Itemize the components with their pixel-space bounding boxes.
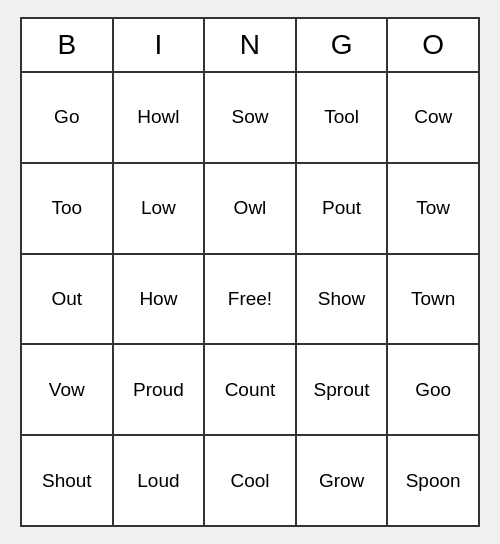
cell-2-5: Tow — [388, 164, 478, 253]
cell-4-4: Sprout — [297, 345, 389, 434]
cell-5-5: Spoon — [388, 436, 478, 525]
bingo-card: B I N G O Go Howl Sow Tool Cow Too Low O… — [20, 17, 480, 527]
cell-3-4: Show — [297, 255, 389, 344]
cell-1-3: Sow — [205, 73, 297, 162]
cell-5-4: Grow — [297, 436, 389, 525]
cell-4-1: Vow — [22, 345, 114, 434]
bingo-row-5: Shout Loud Cool Grow Spoon — [22, 436, 478, 525]
bingo-row-2: Too Low Owl Pout Tow — [22, 164, 478, 255]
cell-4-3: Count — [205, 345, 297, 434]
header-i: I — [114, 19, 206, 71]
bingo-header: B I N G O — [22, 19, 478, 73]
cell-1-4: Tool — [297, 73, 389, 162]
bingo-row-1: Go Howl Sow Tool Cow — [22, 73, 478, 164]
header-o: O — [388, 19, 478, 71]
header-n: N — [205, 19, 297, 71]
bingo-row-3: Out How Free! Show Town — [22, 255, 478, 346]
cell-2-3: Owl — [205, 164, 297, 253]
cell-1-1: Go — [22, 73, 114, 162]
cell-3-5: Town — [388, 255, 478, 344]
cell-2-4: Pout — [297, 164, 389, 253]
bingo-body: Go Howl Sow Tool Cow Too Low Owl Pout To… — [22, 73, 478, 525]
bingo-row-4: Vow Proud Count Sprout Goo — [22, 345, 478, 436]
cell-1-2: Howl — [114, 73, 206, 162]
cell-5-1: Shout — [22, 436, 114, 525]
cell-4-2: Proud — [114, 345, 206, 434]
cell-5-3: Cool — [205, 436, 297, 525]
cell-3-1: Out — [22, 255, 114, 344]
cell-2-2: Low — [114, 164, 206, 253]
cell-5-2: Loud — [114, 436, 206, 525]
cell-3-2: How — [114, 255, 206, 344]
cell-1-5: Cow — [388, 73, 478, 162]
cell-2-1: Too — [22, 164, 114, 253]
header-b: B — [22, 19, 114, 71]
cell-4-5: Goo — [388, 345, 478, 434]
cell-3-3-free: Free! — [205, 255, 297, 344]
header-g: G — [297, 19, 389, 71]
